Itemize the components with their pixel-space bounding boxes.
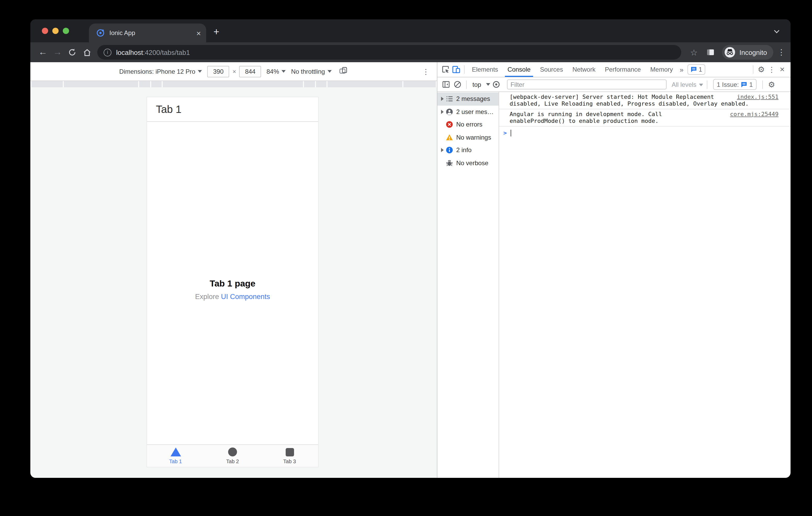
flag-count: 1 [699, 66, 702, 73]
warning-icon [445, 133, 453, 142]
console-sidebar-toggle-icon[interactable] [440, 79, 451, 90]
source-link[interactable]: core.mjs:25449 [730, 111, 779, 117]
maximize-window-button[interactable] [63, 28, 69, 34]
tab-console[interactable]: Console [503, 62, 535, 77]
content-row: Dimensions: iPhone 12 Pro × 84% No throt… [30, 62, 790, 478]
browser-menu-icon[interactable]: ⋮ [778, 48, 785, 57]
inspect-element-icon[interactable] [440, 64, 451, 75]
height-input[interactable] [239, 66, 261, 77]
app-content: Tab 1 page Explore UI Components [147, 122, 318, 444]
forward-icon[interactable]: → [50, 45, 65, 60]
expand-caret-icon[interactable] [439, 148, 445, 152]
close-window-button[interactable] [42, 28, 48, 34]
tab-label: Tab 2 [226, 458, 239, 464]
minimize-window-button[interactable] [52, 28, 59, 34]
clear-console-icon[interactable] [452, 79, 463, 90]
console-prompt[interactable]: > [499, 126, 790, 140]
sidebar-item-errors[interactable]: No errors [437, 118, 499, 131]
tab-memory[interactable]: Memory [646, 62, 678, 77]
issues-flag-badge[interactable]: 1 [688, 64, 705, 75]
incognito-icon [724, 47, 735, 58]
divider [762, 80, 763, 89]
ui-components-link[interactable]: UI Components [221, 293, 270, 301]
sidebar-item-info[interactable]: 2 info [437, 144, 499, 157]
incognito-badge[interactable]: Incognito [722, 45, 773, 60]
close-devtools-icon[interactable]: × [777, 64, 787, 75]
tab-search-chevron-icon[interactable] [774, 28, 779, 33]
url-bar[interactable]: i localhost:4200/tabs/tab1 [97, 45, 681, 60]
device-toolbar-toggle-icon[interactable] [451, 64, 461, 75]
tab-performance[interactable]: Performance [600, 62, 645, 77]
triangle-icon [170, 448, 181, 456]
console-message[interactable]: core.mjs:25449Angular is running in deve… [499, 109, 790, 126]
speech-bubble-icon [741, 81, 747, 88]
tab-button-tab3[interactable]: Tab 3 [261, 445, 318, 467]
device-toolbar-menu-icon[interactable]: ⋮ [422, 67, 430, 76]
throttling-selector[interactable]: No throttling [291, 68, 332, 75]
url-text[interactable]: localhost:4200/tabs/tab1 [116, 48, 190, 56]
times-separator: × [233, 68, 236, 75]
device-selector[interactable]: Dimensions: iPhone 12 Pro [119, 68, 202, 75]
tab-title: Ionic App [109, 29, 196, 37]
devtools-menu-icon[interactable]: ⋮ [766, 64, 777, 75]
width-input[interactable] [207, 66, 229, 77]
context-selector[interactable]: top [472, 81, 481, 88]
tab-sources[interactable]: Sources [535, 62, 568, 77]
media-query-segment [163, 81, 303, 87]
console-sidebar: 2 messages 2 user mes… [437, 92, 499, 478]
browser-tab[interactable]: Ionic App × [89, 24, 206, 42]
incognito-label: Incognito [739, 48, 767, 56]
sidebar-item-label: 2 messages [456, 95, 490, 103]
console-message[interactable]: index.js:551[webpack-dev-server] Server … [499, 92, 790, 109]
source-link[interactable]: index.js:551 [737, 93, 779, 100]
tab-elements[interactable]: Elements [467, 62, 503, 77]
home-icon[interactable] [80, 45, 94, 60]
back-icon[interactable]: ← [36, 45, 50, 60]
rotate-device-icon[interactable] [339, 66, 348, 77]
divider [466, 80, 467, 89]
media-query-segment [64, 81, 138, 87]
app-tabbar: Tab 1 Tab 2 Tab 3 [147, 444, 318, 467]
side-panel-icon[interactable] [703, 45, 718, 60]
message-text: Angular is running in development mode. … [510, 111, 662, 124]
issues-counter[interactable]: 1 Issue: 1 [713, 79, 756, 90]
divider [464, 65, 465, 74]
sidebar-item-user-messages[interactable]: 2 user mes… [437, 105, 499, 118]
media-query-segment [151, 81, 162, 87]
more-tabs-icon[interactable]: » [677, 66, 686, 73]
console-toolbar: top All levels 1 Issue: 1 ⚙ [437, 78, 790, 92]
expand-caret-icon[interactable] [439, 110, 445, 114]
sidebar-item-warnings[interactable]: No warnings [437, 131, 499, 144]
console-filter-input[interactable] [507, 80, 666, 89]
live-expression-eye-icon[interactable] [491, 79, 501, 90]
sidebar-item-verbose[interactable]: No verbose [437, 157, 499, 170]
zoom-selector[interactable]: 84% [267, 68, 286, 75]
tab-button-tab2[interactable]: Tab 2 [204, 445, 261, 467]
issues-label: 1 Issue: [717, 81, 739, 88]
square-icon [285, 448, 294, 456]
device-canvas: Tab 1 Tab 1 page Explore UI Components [30, 87, 437, 478]
expand-caret-icon[interactable] [439, 97, 445, 101]
subtitle-prefix: Explore [195, 293, 221, 301]
circle-icon [228, 448, 237, 456]
settings-gear-icon[interactable]: ⚙ [756, 64, 766, 75]
tab-network[interactable]: Network [568, 62, 600, 77]
bookmark-star-icon[interactable]: ☆ [687, 45, 701, 60]
chevron-down-icon [699, 84, 703, 86]
log-levels-selector[interactable]: All levels [671, 81, 703, 88]
console-body: 2 messages 2 user mes… [437, 92, 790, 478]
tab-close-icon[interactable]: × [196, 29, 201, 37]
zoom-value: 84% [267, 68, 279, 75]
new-tab-button[interactable]: + [213, 27, 219, 37]
screen: Ionic App × + ← → i localhost:4200/tabs/… [0, 0, 812, 516]
console-settings-gear-icon[interactable]: ⚙ [766, 79, 777, 90]
site-info-icon[interactable]: i [104, 48, 111, 56]
reload-icon[interactable] [65, 45, 80, 60]
info-icon [445, 146, 453, 154]
tab-button-tab1[interactable]: Tab 1 [147, 445, 204, 467]
devtools-topbar-right: ⚙ ⋮ × [750, 64, 787, 75]
browser-toolbar: ← → i localhost:4200/tabs/tab1 ☆ [30, 42, 790, 62]
issues-count: 1 [749, 81, 753, 88]
sidebar-item-messages[interactable]: 2 messages [437, 93, 499, 105]
throttling-value: No throttling [291, 68, 325, 75]
